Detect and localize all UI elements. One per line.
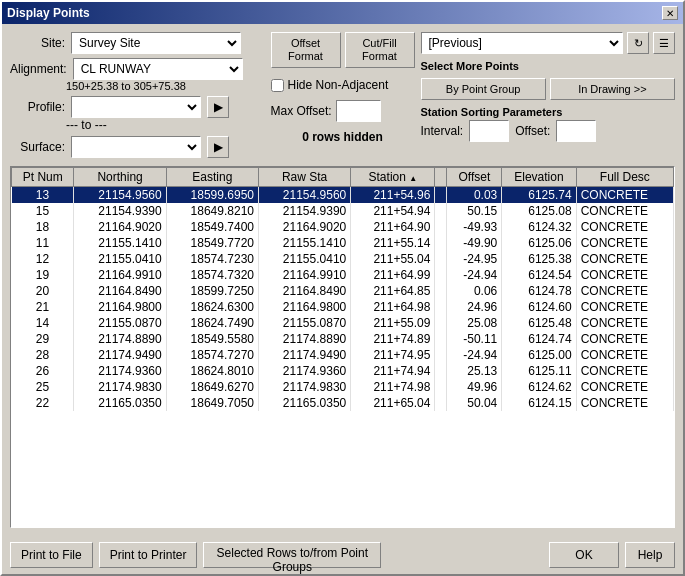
table-row[interactable]: 1521154.939018649.821021154.9390211+54.9…: [12, 203, 674, 219]
col-raw-sta[interactable]: Raw Sta: [258, 168, 350, 187]
select-more-label: Select More Points: [421, 60, 676, 72]
previous-select[interactable]: [Previous]: [421, 32, 624, 54]
sort-arrow-icon: ▲: [409, 174, 417, 183]
profile-browse-button[interactable]: ▶: [207, 96, 229, 118]
col-station[interactable]: Station ▲: [351, 168, 435, 187]
surface-select[interactable]: [71, 136, 201, 158]
col-pt-num[interactable]: Pt Num: [12, 168, 74, 187]
alignment-select[interactable]: CL RUNWAY: [73, 58, 243, 80]
table-row[interactable]: 2221165.035018649.705021165.0350211+65.0…: [12, 395, 674, 411]
print-printer-button[interactable]: Print to Printer: [99, 542, 198, 568]
interval-input[interactable]: 10: [469, 120, 509, 142]
by-point-group-button[interactable]: By Point Group: [421, 78, 546, 100]
interval-label: Interval:: [421, 124, 464, 138]
col-full-desc[interactable]: Full Desc: [576, 168, 673, 187]
site-select[interactable]: Survey Site: [71, 32, 241, 54]
table-row[interactable]: 2621174.936018624.801021174.9360211+74.9…: [12, 363, 674, 379]
profile-range: 150+25.38 to 305+75.38: [66, 80, 265, 92]
rows-hidden-label: 0 rows hidden: [271, 130, 415, 144]
col-blank: [435, 168, 447, 187]
data-table: Pt Num Northing Easting Raw Sta Station …: [11, 167, 674, 411]
table-scroll[interactable]: Pt Num Northing Easting Raw Sta Station …: [11, 167, 674, 527]
table-row[interactable]: 2821174.949018574.727021174.9490211+74.9…: [12, 347, 674, 363]
selected-rows-button[interactable]: Selected Rows to/from Point Groups: [203, 542, 381, 568]
station-sorting-label: Station Sorting Parameters: [421, 106, 676, 118]
ok-button[interactable]: OK: [549, 542, 619, 568]
offset-sort-input[interactable]: 0: [556, 120, 596, 142]
offset-format-button[interactable]: OffsetFormat: [271, 32, 341, 68]
table-row[interactable]: 2521174.983018649.627021174.9830211+74.9…: [12, 379, 674, 395]
site-label: Site:: [10, 36, 65, 50]
cut-fill-format-button[interactable]: Cut/FillFormat: [345, 32, 415, 68]
help-button[interactable]: Help: [625, 542, 675, 568]
window-title: Display Points: [7, 6, 90, 20]
max-offset-label: Max Offset:: [271, 104, 332, 118]
col-northing[interactable]: Northing: [74, 168, 166, 187]
profile-select[interactable]: [71, 96, 201, 118]
col-easting[interactable]: Easting: [166, 168, 258, 187]
alignment-label: Alignment:: [10, 62, 67, 76]
refresh-button[interactable]: ↻: [627, 32, 649, 54]
max-offset-input[interactable]: 100: [336, 100, 381, 122]
table-row[interactable]: 2921174.889018549.558021174.8890211+74.8…: [12, 331, 674, 347]
offset-sort-label: Offset:: [515, 124, 550, 138]
hide-non-adjacent-label: Hide Non-Adjacent: [288, 78, 389, 92]
footer: Print to File Print to Printer Selected …: [2, 536, 683, 574]
surface-browse-button[interactable]: ▶: [207, 136, 229, 158]
surface-label: Surface:: [10, 140, 65, 154]
table-row[interactable]: 2021164.849018599.725021164.8490211+64.8…: [12, 283, 674, 299]
hide-non-adjacent-checkbox[interactable]: [271, 79, 284, 92]
data-table-container: Pt Num Northing Easting Raw Sta Station …: [10, 166, 675, 528]
table-row[interactable]: 1221155.041018574.723021155.0410211+55.0…: [12, 251, 674, 267]
col-offset[interactable]: Offset: [447, 168, 502, 187]
table-row[interactable]: 1821164.902018549.740021164.9020211+64.9…: [12, 219, 674, 235]
print-file-button[interactable]: Print to File: [10, 542, 93, 568]
profile-label: Profile:: [10, 100, 65, 114]
close-button[interactable]: ✕: [662, 6, 678, 20]
table-row[interactable]: 2121164.980018624.630021164.9800211+64.9…: [12, 299, 674, 315]
display-points-window: Display Points ✕ Site: Survey Site Align…: [0, 0, 685, 576]
settings-button[interactable]: ☰: [653, 32, 675, 54]
table-row[interactable]: 1321154.956018599.695021154.9560211+54.9…: [12, 187, 674, 204]
in-drawing-button[interactable]: In Drawing >>: [550, 78, 675, 100]
title-bar: Display Points ✕: [2, 2, 683, 24]
table-row[interactable]: 1121155.141018549.772021155.1410211+55.1…: [12, 235, 674, 251]
table-row[interactable]: 1421155.087018624.749021155.0870211+55.0…: [12, 315, 674, 331]
col-elevation[interactable]: Elevation: [502, 168, 576, 187]
profile-to-range: --- to ---: [66, 118, 265, 132]
table-row[interactable]: 1921164.991018574.732021164.9910211+64.9…: [12, 267, 674, 283]
